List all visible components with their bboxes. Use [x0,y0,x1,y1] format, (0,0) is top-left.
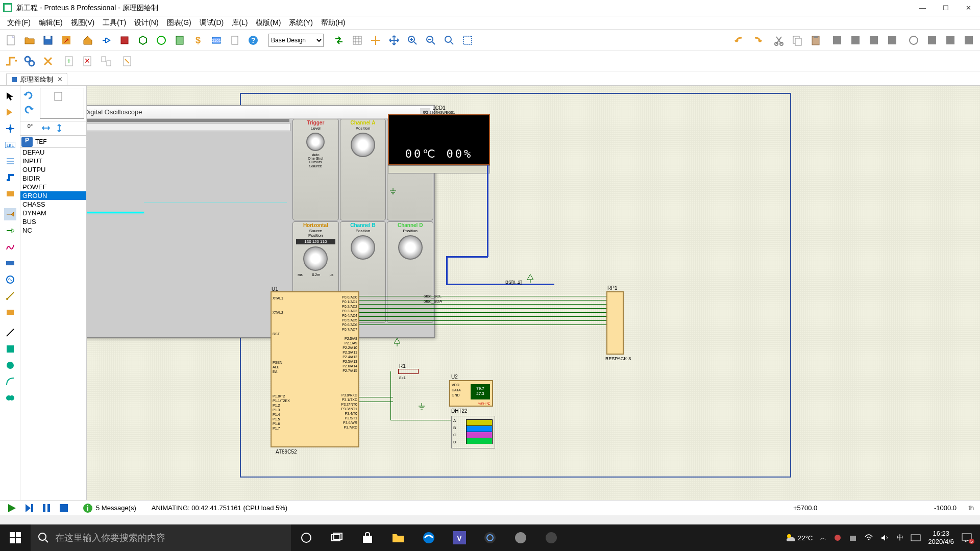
rotate-cw-button[interactable] [23,90,35,102]
terminal-item[interactable]: OUTPU [20,165,86,174]
delete-sheet-button[interactable]: ✕ [80,53,96,69]
message-count[interactable]: 5 Message(s) [96,504,136,512]
transfer-button[interactable] [331,32,347,48]
menu-graph[interactable]: 图表(G) [163,17,195,29]
close-project-button[interactable]: ↗ [58,32,75,48]
terminal-item[interactable]: NC [20,226,86,235]
add-sheet-button[interactable]: + [61,53,78,69]
cut-button[interactable] [771,32,787,48]
osc-trigger-panel[interactable]: Trigger Level Auto One-Shot Cursors Sour… [292,119,339,220]
dollar-button[interactable]: $ [190,32,206,48]
zoom-fit-button[interactable] [441,32,457,48]
line-tool[interactable] [4,327,16,339]
wire-tool-button[interactable] [3,53,19,69]
help-button[interactable]: ? [245,32,261,48]
design-select[interactable]: Base Design [268,34,324,47]
origin-button[interactable] [368,32,384,48]
menu-system[interactable]: 系统(Y) [285,17,317,29]
tape-tool[interactable] [4,257,16,269]
minimize-button[interactable]: — [911,1,934,15]
undo-button[interactable] [731,32,747,48]
resistor-r1[interactable] [398,369,419,374]
menu-debug[interactable]: 调试(D) [195,17,228,29]
rotate-ccw-button[interactable] [23,105,35,116]
terminal-item[interactable]: BUS [20,217,86,226]
mcu-component[interactable]: XTAL1 XTAL2 RST PSEN ALE EA P1.0/T2 P1.1… [271,291,359,447]
app-button-2[interactable] [536,524,567,551]
goto-sheet-button[interactable] [98,53,114,69]
menu-design[interactable]: 设计(N) [130,17,162,29]
edge-button[interactable] [413,524,444,551]
terminal-item[interactable]: POWEF [20,183,86,191]
notification-button[interactable]: 5 [961,533,972,543]
gerber-button[interactable] [153,32,169,48]
generator-tool[interactable] [4,273,16,286]
pick-button[interactable] [905,32,922,48]
open-file-button[interactable] [21,32,38,48]
redo-button[interactable] [749,32,766,48]
horizontal-knob[interactable] [303,246,328,271]
oscilloscope-titlebar[interactable]: Digital Oscilloscope × [87,106,434,118]
component-tool[interactable] [4,106,16,118]
search-tool-button[interactable] [21,53,38,69]
config-tool-button[interactable] [40,53,56,69]
graph-tool[interactable] [4,241,16,253]
explorer-button[interactable] [383,524,413,551]
box-tool[interactable] [4,343,16,355]
wifi-icon[interactable] [864,534,873,542]
maximize-button[interactable]: ☐ [934,1,957,15]
cortana-button[interactable] [291,524,322,551]
label-tool[interactable]: LBL [4,139,16,151]
play-button[interactable] [4,502,19,515]
trigger-level-knob[interactable] [306,133,325,151]
taskbar-search[interactable]: 在这里输入你要搜索的内容 [31,524,291,551]
app-button[interactable] [505,524,536,551]
zoom-out-button[interactable] [423,32,439,48]
menu-tools[interactable]: 工具(T) [99,17,130,29]
block-move-button[interactable] [847,32,864,48]
resistor-pack[interactable] [606,291,624,355]
terminal-item-selected[interactable]: GROUN [20,191,86,200]
decompose-button[interactable] [961,32,977,48]
copy-button[interactable] [789,32,805,48]
tray-chevron[interactable]: ︿ [820,533,826,542]
save-button[interactable] [40,32,56,48]
tray-icon-1[interactable] [834,534,842,542]
tray-icon-2[interactable] [849,534,857,542]
tab-close-button[interactable]: ✕ [57,76,63,83]
step-button[interactable] [21,502,37,515]
oscilloscope-component[interactable]: A B C D [451,416,495,448]
block-delete-button[interactable] [884,32,900,48]
lcd-component[interactable]: LCD1 UG-2864HSWEG01 00℃ 00% [388,105,490,173]
stop-button[interactable] [56,502,71,515]
flip-h-button[interactable] [41,123,52,134]
path-tool[interactable] [4,392,16,404]
vscode-button[interactable]: V [444,524,475,551]
overview-minimap[interactable] [40,88,84,119]
oscilloscope-display[interactable] [87,119,289,122]
subcircuit-tool[interactable] [4,188,16,200]
selection-tool[interactable] [4,90,16,102]
terminal-item[interactable]: INPUT [20,157,86,165]
circle-tool[interactable] [4,359,16,371]
channel-a-knob[interactable] [351,133,375,157]
tab-schematic[interactable]: 原理图绘制 ✕ [6,73,67,85]
dht22-component[interactable]: VDD DATA GND 79.727.3 %RH ℃ [449,380,493,407]
make-button[interactable] [924,32,940,48]
pause-button[interactable] [39,502,54,515]
schematic-canvas[interactable]: Digital Oscilloscope × Trigger Level Aut… [87,86,980,500]
menu-file[interactable]: 文件(F) [3,17,35,29]
channel-b-knob[interactable] [351,235,375,260]
clock[interactable]: 16:23 2020/4/6 [928,530,954,546]
schematic-button[interactable] [98,32,114,48]
pcb-button[interactable] [116,32,133,48]
terminal-item[interactable]: BIDIR [20,174,86,183]
zoom-in-button[interactable] [404,32,421,48]
notes-button[interactable] [227,32,243,48]
terminal-item[interactable]: CHASS [20,200,86,209]
oscilloscope-scrollbar[interactable] [87,123,290,131]
bom-button[interactable] [172,32,188,48]
block-copy-button[interactable] [829,32,845,48]
junction-tool[interactable] [4,122,16,135]
text-tool[interactable] [4,155,16,167]
